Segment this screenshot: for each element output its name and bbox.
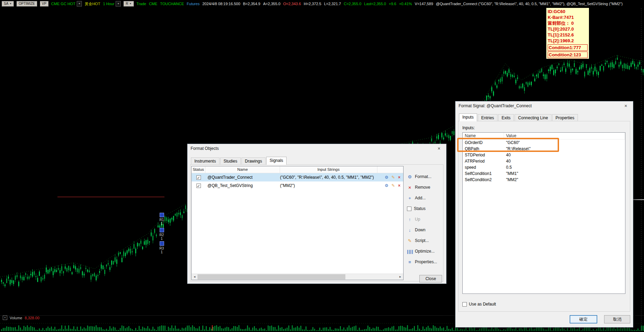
optimize-icon: |||| (407, 249, 412, 254)
applied-signals-label: @QuantTrader_Connect ("GC60", "R:\Releas… (436, 2, 623, 6)
format-signal-close-icon[interactable]: × (622, 103, 630, 109)
add-command[interactable]: +Add... (407, 194, 444, 202)
close-button[interactable]: Close (419, 275, 442, 283)
column-header-status[interactable]: Status (192, 166, 205, 173)
input-value: "MM1" (504, 170, 625, 177)
signal-tab-properties[interactable]: Properties (552, 114, 578, 121)
volume-label: Volume (10, 316, 22, 320)
optimize-command[interactable]: ||||Optimize... (407, 247, 444, 255)
script-command[interactable]: ✎Script... (407, 237, 444, 244)
inputs-section-label: Inputs: (462, 125, 475, 130)
input-row-stdperiod[interactable]: STDPeriod40 (463, 152, 625, 158)
input-row-selfcondition1[interactable]: SelfCondition1"MM1" (463, 170, 625, 177)
vp-button[interactable]: VP (40, 1, 49, 7)
row-script-pencil-icon[interactable]: ✎ (391, 183, 395, 188)
input-name: ATRPeriod (463, 158, 504, 164)
timeframe-dropdown[interactable]: ▼ (116, 1, 121, 7)
up-command[interactable]: ↑Up (407, 215, 444, 223)
volume-legend: × Volume 8,328.00 (3, 316, 40, 320)
input-row-speed[interactable]: speed0.5 (463, 164, 625, 170)
objects-tab-signals[interactable]: Signals (266, 157, 287, 165)
row-remove-icon[interactable]: × (398, 175, 400, 180)
input-value: "MM2" (504, 177, 625, 183)
r-button[interactable]: R▼ (124, 1, 133, 7)
table-horizontal-scrollbar[interactable]: ◄ ► (192, 274, 403, 280)
gear-icon: ⚙ (407, 174, 412, 179)
signal-name-cell: @QB_Test_SetGVString (205, 183, 280, 188)
top-toolbar: SA▼OPTIMIZEVPCME GC HOT▼黃金HOT1 Hour▼R▼Tr… (0, 0, 644, 8)
column-header-input-strings[interactable]: Input Strings (280, 166, 377, 173)
datetime-label: 2024/4/8 08:19:16.500 (202, 2, 240, 6)
trade-marker-label: R1 (155, 218, 169, 222)
properties-command[interactable]: ≡Properties... (407, 258, 444, 266)
symbol-dropdown[interactable]: ▼ (77, 1, 82, 7)
input-value: 0.5 (504, 164, 625, 170)
up-icon: ↑ (407, 217, 412, 222)
info-line-4: TL[1]:2152.6 (548, 32, 588, 38)
row-format-gear-icon[interactable]: ⚙ (385, 183, 388, 188)
row-action-icons: ⚙✎× (377, 183, 403, 188)
info-line-2: 當前部位： 0 (548, 20, 588, 26)
status-cell: ✓ (192, 184, 205, 188)
dropdown-arrow-icon: ▼ (129, 1, 132, 6)
column-header-name[interactable]: Name (205, 166, 280, 173)
trade-marker-qty: 1 (155, 250, 169, 254)
change-pct-label: +0.41% (399, 2, 412, 6)
row-action-icons: ⚙✎× (377, 175, 403, 180)
row-script-pencil-icon[interactable]: ✎ (391, 175, 395, 180)
remove-icon: × (407, 185, 412, 190)
scrollbar-thumb[interactable] (197, 274, 345, 279)
input-name: SelfCondition1 (463, 170, 504, 177)
symbol-label: CME GC HOT (51, 2, 75, 6)
ask-label: A=2,355.0 (263, 2, 280, 6)
command-label: Optimize... (415, 249, 434, 254)
signal-tab-connecting-line[interactable]: Connecting Line (515, 114, 551, 121)
input-row-atrperiod[interactable]: ATRPeriod40 (463, 158, 625, 164)
row-remove-icon[interactable]: × (398, 183, 400, 188)
use-as-default-checkbox[interactable] (462, 302, 467, 307)
command-label: Format... (415, 174, 431, 179)
broker-label: TOUCHANCE (160, 2, 184, 6)
status-command[interactable]: Status (407, 205, 444, 212)
signal-row-quanttrader-connect[interactable]: ✓@QuantTrader_Connect("GC60", "R:\Releas… (192, 173, 403, 181)
format-command[interactable]: ⚙Format... (407, 173, 444, 180)
row-format-gear-icon[interactable]: ⚙ (385, 175, 388, 180)
format-objects-titlebar[interactable]: Format Objects × (187, 144, 446, 153)
open-label: O=2,343.6 (283, 2, 301, 6)
signal-tab-inputs[interactable]: Inputs (459, 113, 477, 121)
objects-tab-instruments[interactable]: Instruments (191, 157, 219, 164)
volume-status-icon[interactable]: × (3, 316, 7, 320)
input-row-selfcondition2[interactable]: SelfCondition2"MM2" (463, 177, 625, 183)
highlight-annotation (457, 138, 559, 152)
status-checkbox[interactable]: ✓ (196, 175, 201, 180)
dropdown-arrow-icon: ▼ (9, 1, 12, 6)
signal-tab-entries[interactable]: Entries (478, 114, 497, 121)
remove-command[interactable]: ×Remove (407, 184, 444, 191)
cancel-button[interactable]: 取消 (604, 315, 630, 323)
checkbox-icon (407, 207, 411, 211)
exchange-label: CME (149, 2, 157, 6)
change-label: +9.6 (389, 2, 396, 6)
objects-tab-studies[interactable]: Studies (220, 157, 241, 164)
inputs-list: NameValue GOrderID"GC60"QBPath"R:\Releas… (462, 132, 625, 294)
use-as-default-option[interactable]: Use as Default (462, 302, 496, 307)
bid-label: B=2,354.9 (243, 2, 260, 6)
command-label: Properties... (415, 259, 437, 264)
status-cell: ✓ (192, 175, 205, 180)
format-objects-close-icon[interactable]: × (435, 146, 443, 151)
ok-button[interactable]: 確定 (570, 315, 597, 323)
down-command[interactable]: ↓Down (407, 226, 444, 234)
format-signal-titlebar[interactable]: Format Signal: @QuantTrader_Connect × (455, 101, 633, 110)
scroll-right-icon[interactable]: ► (397, 274, 403, 280)
optimize-button[interactable]: OPTIMIZE (17, 1, 37, 7)
status-checkbox[interactable]: ✓ (196, 184, 201, 188)
signal-row-qb-test-setgvstring[interactable]: ✓@QB_Test_SetGVString("MM2")⚙✎× (192, 181, 403, 190)
trade-marker-r3: R31 (155, 241, 169, 254)
info-line-3: TL[0]:2027.0 (548, 26, 588, 32)
sa-button[interactable]: SA▼ (2, 1, 14, 7)
scroll-left-icon[interactable]: ◄ (192, 274, 197, 280)
command-label: Down (415, 228, 426, 232)
objects-tab-drawings[interactable]: Drawings (242, 157, 266, 164)
signal-tab-exits[interactable]: Exits (498, 114, 514, 121)
format-signal-title: Format Signal: @QuantTrader_Connect (459, 103, 622, 108)
